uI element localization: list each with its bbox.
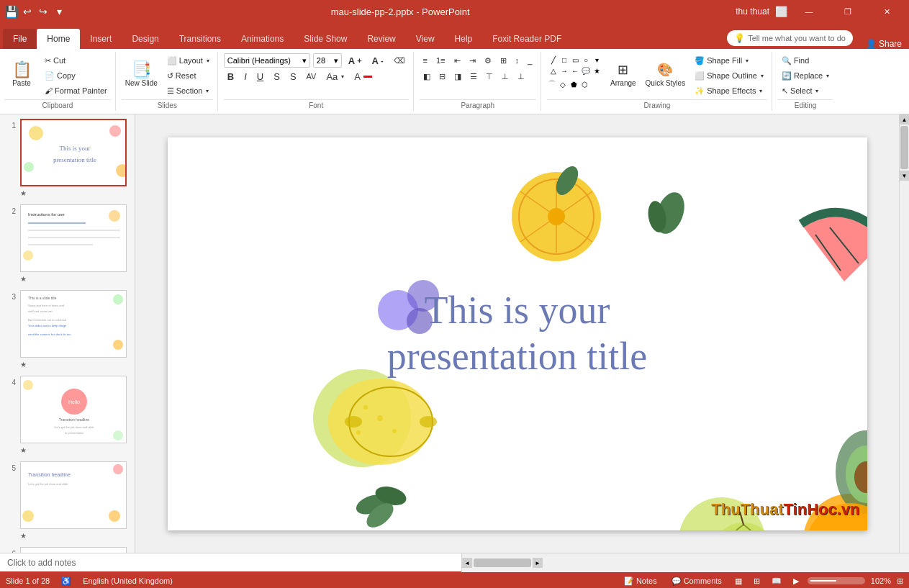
shape-extra-3[interactable]: ⬟ xyxy=(569,79,579,89)
section-button[interactable]: ☰Section▾ xyxy=(163,83,213,98)
fit-slide-button[interactable]: ⊞ xyxy=(897,576,903,586)
share-button[interactable]: 👤 Share xyxy=(859,39,909,49)
save-icon[interactable]: 💾 xyxy=(6,6,17,17)
bold-button[interactable]: B xyxy=(224,69,238,83)
strikethrough-button[interactable]: S xyxy=(270,69,284,83)
slide-thumb-5[interactable]: 5 Transition headline Let's get the job … xyxy=(3,460,132,541)
quick-styles-button[interactable]: 🎨 Quick Styles xyxy=(642,53,689,95)
decrease-indent-button[interactable]: ⇤ xyxy=(451,53,464,68)
slide-thumb-4[interactable]: 4 Hello Transition headline Let's get th… xyxy=(3,374,132,456)
slide-title[interactable]: This is your presentation title xyxy=(387,287,647,381)
notes-input[interactable]: Click to add notes xyxy=(0,553,461,571)
shape-rect[interactable]: □ xyxy=(559,55,569,65)
increase-font-button[interactable]: A+ xyxy=(345,53,366,68)
align-center-button[interactable]: ⊟ xyxy=(435,69,449,83)
layout-button[interactable]: ⬜Layout▾ xyxy=(163,53,213,68)
restore-window-icon[interactable]: ⬜ xyxy=(775,6,787,17)
decrease-font-button[interactable]: A- xyxy=(368,53,387,68)
shape-more[interactable]: ▾ xyxy=(592,55,602,65)
char-spacing-button[interactable]: AV xyxy=(303,69,320,83)
tab-help[interactable]: Help xyxy=(445,29,483,49)
close-button[interactable]: ✕ xyxy=(870,0,903,23)
shape-effects-button[interactable]: ✨Shape Effects▾ xyxy=(691,83,767,98)
hscroll-left-button[interactable]: ◄ xyxy=(462,558,472,568)
normal-view-button[interactable]: ▦ xyxy=(732,576,745,586)
tab-review[interactable]: Review xyxy=(357,29,405,49)
horizontal-scrollbar[interactable]: ◄ ► xyxy=(461,553,909,572)
cut-button[interactable]: ✂Cut xyxy=(41,53,111,68)
slide-thumb-2[interactable]: 2 Instructions for use ★ xyxy=(3,203,132,284)
redo-icon[interactable]: ↪ xyxy=(37,6,49,17)
align-top-button[interactable]: ⊤ xyxy=(482,69,497,83)
slide-thumb-6[interactable]: 6 Quotations are commonly printed as a m… xyxy=(3,546,132,553)
tab-slideshow[interactable]: Slide Show xyxy=(294,29,357,49)
increase-indent-button[interactable]: ⇥ xyxy=(466,53,479,68)
underline-button[interactable]: U xyxy=(253,69,267,83)
undo-icon[interactable]: ↩ xyxy=(22,6,33,17)
tell-me-input[interactable]: 💡 Tell me what you want to do xyxy=(727,30,853,46)
comments-button[interactable]: 💬 Comments xyxy=(667,576,726,586)
new-slide-button[interactable]: 📑 New Slide xyxy=(122,53,161,95)
slide-panel[interactable]: 1 This is your presentation title xyxy=(0,114,135,553)
arrange-button[interactable]: ⊞ Arrange xyxy=(607,53,640,95)
shape-callout[interactable]: 💬 xyxy=(581,65,591,76)
minimize-button[interactable]: — xyxy=(792,0,826,23)
tab-design[interactable]: Design xyxy=(122,29,168,49)
scroll-up-button[interactable]: ▲ xyxy=(900,114,909,125)
reset-button[interactable]: ↺Reset xyxy=(163,68,213,83)
line-spacing-button[interactable]: ↕ xyxy=(512,53,523,68)
tab-view[interactable]: View xyxy=(406,29,445,49)
vertical-scrollbar[interactable]: ▲ ▼ xyxy=(899,114,909,553)
shape-arrow-r[interactable]: → xyxy=(559,65,569,76)
replace-button[interactable]: 🔄Replace▾ xyxy=(778,68,833,83)
align-right-button[interactable]: ◨ xyxy=(451,69,465,83)
shape-ellipse[interactable]: ○ xyxy=(581,55,591,65)
font-family-select[interactable]: Calibri (Headings)▾ xyxy=(224,53,310,68)
copy-button[interactable]: 📄Copy xyxy=(41,68,111,83)
find-button[interactable]: 🔍Find xyxy=(778,53,833,68)
hscroll-thumb[interactable] xyxy=(474,558,531,567)
shape-outline-button[interactable]: ⬜Shape Outline▾ xyxy=(691,68,767,83)
numbering-button[interactable]: 1≡ xyxy=(433,53,449,68)
paste-button[interactable]: 📋 Paste xyxy=(4,53,39,95)
scroll-down-button[interactable]: ▼ xyxy=(900,171,909,181)
shape-line[interactable]: ╱ xyxy=(548,55,558,65)
format-painter-button[interactable]: 🖌Format Painter xyxy=(41,83,111,98)
shape-extra-1[interactable]: ⌒ xyxy=(547,79,557,89)
tab-file[interactable]: File xyxy=(3,29,37,49)
shape-arrow-l[interactable]: ← xyxy=(570,65,580,76)
shape-rect2[interactable]: ▭ xyxy=(570,55,580,65)
change-case-button[interactable]: Aa▾ xyxy=(322,69,348,83)
font-color-button[interactable]: A xyxy=(351,69,376,83)
align-left-button[interactable]: ◧ xyxy=(420,69,434,83)
shape-fill-button[interactable]: 🪣Shape Fill▾ xyxy=(691,53,767,68)
slide-sorter-button[interactable]: ⊞ xyxy=(751,576,763,586)
shadow-button[interactable]: S xyxy=(286,69,300,83)
columns-button[interactable]: ⊞ xyxy=(497,53,510,68)
slide-thumb-1[interactable]: 1 This is your presentation title xyxy=(3,117,132,199)
zoom-slider[interactable] xyxy=(808,577,865,584)
slideshow-button[interactable]: ▶ xyxy=(790,576,802,586)
align-middle-button[interactable]: ⊥ xyxy=(498,69,512,83)
italic-button[interactable]: I xyxy=(240,69,250,83)
justify-button[interactable]: ☰ xyxy=(466,69,481,83)
tab-foxit[interactable]: Foxit Reader PDF xyxy=(482,29,571,49)
slide-thumb-3[interactable]: 3 This is a slide title Some text here o… xyxy=(3,289,132,370)
accessibility-icon[interactable]: ♿ xyxy=(61,576,71,586)
text-direction-button[interactable]: ⎯ xyxy=(524,53,536,68)
restore-button[interactable]: ❐ xyxy=(831,0,864,23)
select-button[interactable]: ↖Select▾ xyxy=(778,83,833,98)
clear-formatting-button[interactable]: ⌫ xyxy=(390,53,409,68)
hscroll-right-button[interactable]: ► xyxy=(533,558,543,568)
shape-extra-2[interactable]: ◇ xyxy=(558,79,568,89)
smartart-button[interactable]: ⚙ xyxy=(481,53,495,68)
shape-star[interactable]: ★ xyxy=(592,65,602,76)
shape-extra-4[interactable]: ⬡ xyxy=(579,79,589,89)
tab-animations[interactable]: Animations xyxy=(231,29,294,49)
customize-icon[interactable]: ▾ xyxy=(53,6,65,17)
tab-home[interactable]: Home xyxy=(37,29,80,49)
font-size-select[interactable]: 28▾ xyxy=(313,53,342,68)
tab-transitions[interactable]: Transitions xyxy=(169,29,231,49)
align-bottom-button[interactable]: ⊥ xyxy=(514,69,528,83)
notes-button[interactable]: 📝 Notes xyxy=(620,576,661,586)
